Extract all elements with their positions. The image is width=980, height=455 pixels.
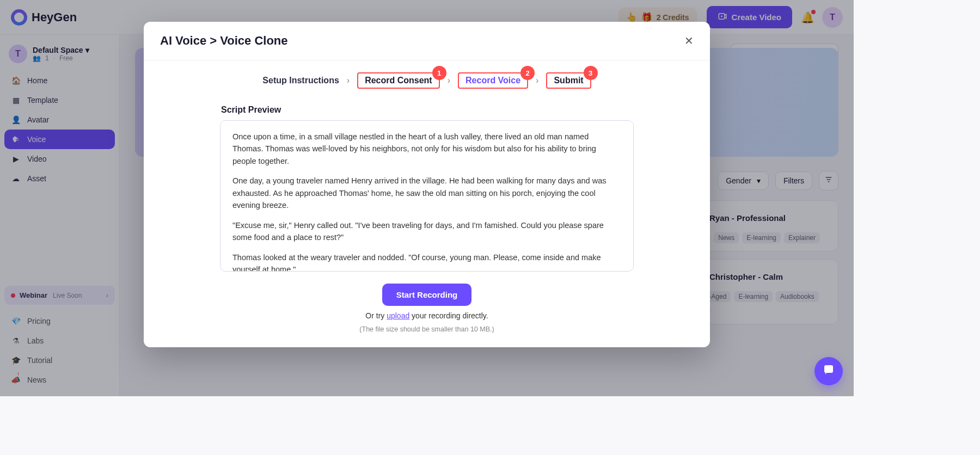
script-paragraph: Thomas looked at the weary traveler and … <box>232 251 621 272</box>
voice-clone-modal: AI Voice > Voice Clone ✕ Setup Instructi… <box>144 22 710 347</box>
step-label: Record Consent <box>365 76 432 85</box>
step-label: Submit <box>554 76 583 85</box>
step-badge: 3 <box>584 66 598 80</box>
upload-alternative: Or try upload your recording directly. <box>365 311 488 320</box>
upload-link[interactable]: upload <box>387 311 409 320</box>
chevron-right-icon: › <box>347 76 350 85</box>
step-submit[interactable]: Submit 3 <box>546 72 591 89</box>
script-preview-heading: Script Preview <box>221 105 634 115</box>
upload-prefix: Or try <box>365 311 387 320</box>
chat-icon <box>822 363 835 379</box>
close-button[interactable]: ✕ <box>684 34 694 47</box>
start-recording-label: Start Recording <box>396 290 458 299</box>
close-icon: ✕ <box>684 35 694 47</box>
script-preview-box[interactable]: Once upon a time, in a small village nes… <box>220 120 634 272</box>
step-setup: Setup Instructions <box>262 76 339 85</box>
step-badge: 1 <box>432 66 446 80</box>
step-badge: 2 <box>520 66 535 80</box>
modal-header: AI Voice > Voice Clone ✕ <box>144 22 710 60</box>
chevron-right-icon: › <box>536 76 538 85</box>
svg-rect-1 <box>824 365 833 373</box>
intercom-launcher[interactable] <box>814 357 843 385</box>
script-paragraph: "Excuse me, sir," Henry called out. "I'v… <box>232 219 621 244</box>
script-paragraph: Once upon a time, in a small village nes… <box>232 131 621 167</box>
modal-title: AI Voice > Voice Clone <box>160 34 288 48</box>
chevron-right-icon: › <box>448 76 450 85</box>
step-label: Record Voice <box>465 76 520 85</box>
wizard-stepper: Setup Instructions › Record Consent 1 › … <box>144 60 710 93</box>
step-record-consent[interactable]: Record Consent 1 <box>357 72 440 89</box>
file-size-hint: (The file size should be smaller than 10… <box>359 325 494 333</box>
upload-suffix: your recording directly. <box>409 311 488 320</box>
step-record-voice[interactable]: Record Voice 2 <box>458 72 528 89</box>
modal-overlay[interactable]: AI Voice > Voice Clone ✕ Setup Instructi… <box>0 0 854 396</box>
start-recording-button[interactable]: Start Recording <box>382 284 472 306</box>
script-paragraph: One day, a young traveler named Henry ar… <box>232 175 621 211</box>
